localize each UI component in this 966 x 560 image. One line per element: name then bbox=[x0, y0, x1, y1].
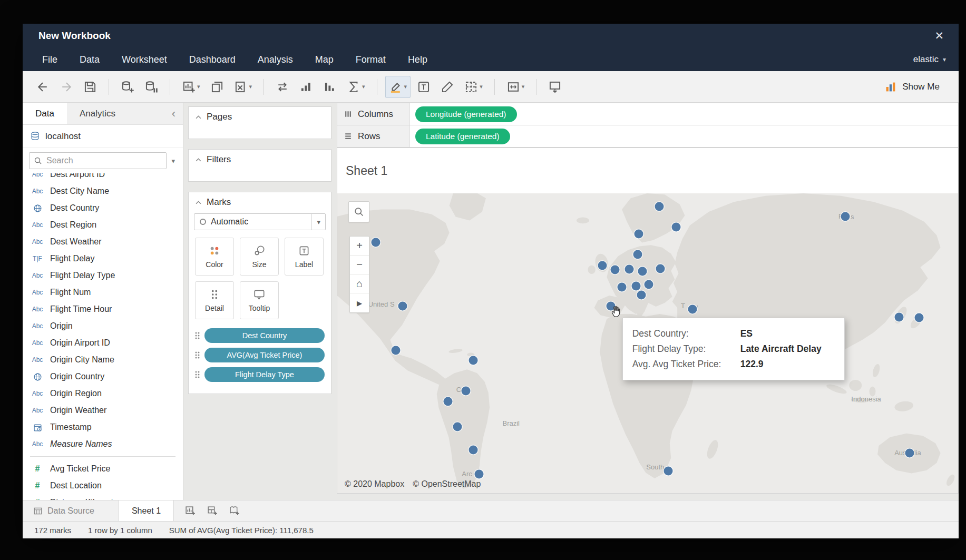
columns-shelf[interactable]: Columns Longitude (generated) bbox=[337, 103, 959, 125]
back-button[interactable] bbox=[32, 76, 53, 98]
map-mark[interactable] bbox=[664, 466, 673, 475]
duplicate-button[interactable] bbox=[207, 76, 228, 98]
field-origin-region[interactable]: AbcOrigin Region bbox=[23, 385, 183, 402]
map-mark[interactable] bbox=[598, 261, 607, 270]
map-search-button[interactable] bbox=[348, 201, 369, 222]
field-flight-delay-type[interactable]: AbcFlight Delay Type bbox=[23, 267, 183, 284]
attribution-link[interactable]: © 2020 Mapbox bbox=[345, 479, 404, 489]
map-mark[interactable] bbox=[656, 264, 665, 273]
map-mark[interactable] bbox=[474, 469, 483, 478]
map-mark[interactable] bbox=[398, 301, 407, 310]
field-dest-city-name[interactable]: AbcDest City Name bbox=[23, 183, 183, 200]
forward-button[interactable] bbox=[56, 76, 77, 98]
totals-button[interactable]: ▾ bbox=[343, 76, 369, 98]
zoom-in-button[interactable]: + bbox=[350, 237, 369, 256]
map-mark[interactable] bbox=[461, 387, 470, 396]
rows-shelf[interactable]: Rows Latitude (generated) bbox=[337, 125, 959, 148]
tab-sheet-1[interactable]: Sheet 1 bbox=[119, 500, 174, 521]
marks-size-button[interactable]: Size bbox=[240, 238, 279, 276]
map-mark[interactable] bbox=[469, 356, 478, 365]
map-mark[interactable] bbox=[671, 223, 680, 232]
map-mark[interactable] bbox=[632, 282, 641, 291]
field-distance-kilometers[interactable]: #Distance Kilometers bbox=[23, 494, 183, 500]
collapse-panel-button[interactable]: ‹ bbox=[164, 103, 183, 124]
new-worksheet-button[interactable]: ▾ bbox=[178, 76, 204, 98]
pages-card[interactable]: Pages bbox=[188, 106, 331, 139]
pill-dest-country[interactable]: Dest Country bbox=[204, 328, 325, 343]
pill-avg-avg-ticket-price[interactable]: AVG(Avg Ticket Price) bbox=[204, 348, 325, 362]
marks-label-button[interactable]: Label bbox=[285, 238, 324, 276]
close-button[interactable]: ✕ bbox=[934, 30, 959, 42]
new-data-source-button[interactable] bbox=[117, 76, 138, 98]
field-dest-weather[interactable]: AbcDest Weather bbox=[23, 233, 183, 250]
save-button[interactable] bbox=[80, 76, 101, 98]
field-dest-airport-id[interactable]: AbcDest Airport ID bbox=[23, 173, 183, 183]
map-mark[interactable] bbox=[606, 301, 615, 310]
field-origin[interactable]: AbcOrigin bbox=[23, 318, 183, 335]
account-menu[interactable]: elastic ▾ bbox=[913, 54, 959, 65]
menu-map[interactable]: Map bbox=[304, 48, 345, 71]
map-mark[interactable] bbox=[635, 230, 643, 239]
marks-detail-button[interactable]: Detail bbox=[195, 281, 234, 319]
field-flight-num[interactable]: AbcFlight Num bbox=[23, 284, 183, 301]
field-origin-city-name[interactable]: AbcOrigin City Name bbox=[23, 351, 183, 368]
clear-sheet-button[interactable]: ▾ bbox=[230, 76, 256, 98]
map-mark[interactable] bbox=[633, 250, 642, 259]
swap-rows-columns-button[interactable] bbox=[272, 76, 293, 98]
map-mark[interactable] bbox=[610, 265, 619, 274]
mark-type-dropdown[interactable]: Automatic ▾ bbox=[194, 213, 326, 230]
menu-data[interactable]: Data bbox=[69, 48, 111, 71]
menu-worksheet[interactable]: Worksheet bbox=[111, 48, 178, 71]
pause-auto-updates-button[interactable] bbox=[141, 76, 162, 98]
map-mark[interactable] bbox=[444, 397, 453, 406]
map-mark[interactable] bbox=[625, 264, 634, 273]
sort-descending-button[interactable] bbox=[319, 76, 340, 98]
map-mark[interactable] bbox=[905, 449, 914, 458]
field-avg-ticket-price[interactable]: #Avg Ticket Price bbox=[23, 460, 183, 477]
menu-file[interactable]: File bbox=[31, 48, 69, 71]
map-mark[interactable] bbox=[392, 346, 401, 355]
field-origin-airport-id[interactable]: AbcOrigin Airport ID bbox=[23, 335, 183, 351]
fit-button[interactable]: ▾ bbox=[503, 76, 529, 98]
highlight-button[interactable]: ▾ bbox=[385, 76, 411, 98]
map-mark[interactable] bbox=[469, 446, 478, 455]
menu-help[interactable]: Help bbox=[397, 48, 438, 71]
pill-flight-delay-type[interactable]: Flight Delay Type bbox=[204, 367, 325, 382]
field-dest-region[interactable]: AbcDest Region bbox=[23, 217, 183, 233]
sort-ascending-button[interactable] bbox=[296, 76, 317, 98]
marks-tooltip-button[interactable]: Tooltip bbox=[240, 281, 279, 319]
new-story-button[interactable] bbox=[223, 500, 245, 521]
zoom-out-button[interactable]: − bbox=[350, 256, 369, 274]
tab-analytics[interactable]: Analytics bbox=[67, 103, 128, 124]
pill-latitude-generated[interactable]: Latitude (generated) bbox=[415, 129, 510, 144]
show-me-button[interactable]: Show Me bbox=[884, 81, 959, 93]
new-worksheet-button[interactable] bbox=[179, 500, 200, 521]
map-mark[interactable] bbox=[371, 238, 380, 247]
map-mark[interactable] bbox=[638, 267, 647, 276]
menu-format[interactable]: Format bbox=[345, 48, 397, 71]
marks-color-button[interactable]: Color bbox=[195, 238, 234, 276]
new-dashboard-button[interactable] bbox=[201, 500, 222, 521]
field-origin-country[interactable]: Origin Country bbox=[23, 368, 183, 385]
map-mark[interactable] bbox=[645, 280, 653, 289]
format-workbook-button[interactable] bbox=[437, 76, 458, 98]
field-flight-time-hour[interactable]: AbcFlight Time Hour bbox=[23, 301, 183, 318]
connection-row[interactable]: localhost bbox=[23, 125, 183, 148]
tab-data-source[interactable]: Data Source bbox=[23, 500, 105, 521]
filters-card[interactable]: Filters bbox=[188, 149, 331, 182]
map-mark[interactable] bbox=[618, 282, 627, 291]
map-flyout-button[interactable]: ▸ bbox=[350, 293, 369, 312]
search-options-caret[interactable]: ▾ bbox=[167, 157, 180, 165]
menu-dashboard[interactable]: Dashboard bbox=[178, 48, 247, 71]
field-timestamp[interactable]: Timestamp bbox=[23, 419, 183, 436]
search-input[interactable] bbox=[45, 155, 163, 166]
menu-analysis[interactable]: Analysis bbox=[247, 48, 304, 71]
map-mark[interactable] bbox=[655, 202, 663, 211]
borders-button[interactable]: ▾ bbox=[461, 76, 486, 98]
attribution-link[interactable]: © OpenStreetMap bbox=[413, 479, 481, 489]
tab-data[interactable]: Data bbox=[23, 103, 67, 124]
map-mark[interactable] bbox=[914, 313, 923, 322]
field-dest-country[interactable]: Dest Country bbox=[23, 200, 183, 217]
field-origin-weather[interactable]: AbcOrigin Weather bbox=[23, 402, 183, 419]
field-measure-names[interactable]: AbcMeasure Names bbox=[23, 436, 183, 453]
